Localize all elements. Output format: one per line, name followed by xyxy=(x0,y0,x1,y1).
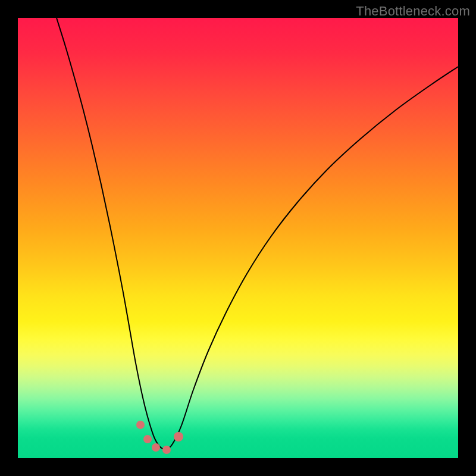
chart-svg xyxy=(18,18,458,458)
curve-line xyxy=(57,18,458,449)
markers-group xyxy=(136,421,183,454)
plot-area xyxy=(18,18,458,458)
marker-dot xyxy=(152,443,160,452)
marker-dot xyxy=(174,432,183,441)
chart-frame: TheBottleneck.com xyxy=(0,0,476,476)
marker-dot xyxy=(136,421,145,429)
watermark-text: TheBottleneck.com xyxy=(356,4,470,19)
marker-dot xyxy=(143,435,152,443)
marker-dot xyxy=(162,446,171,454)
